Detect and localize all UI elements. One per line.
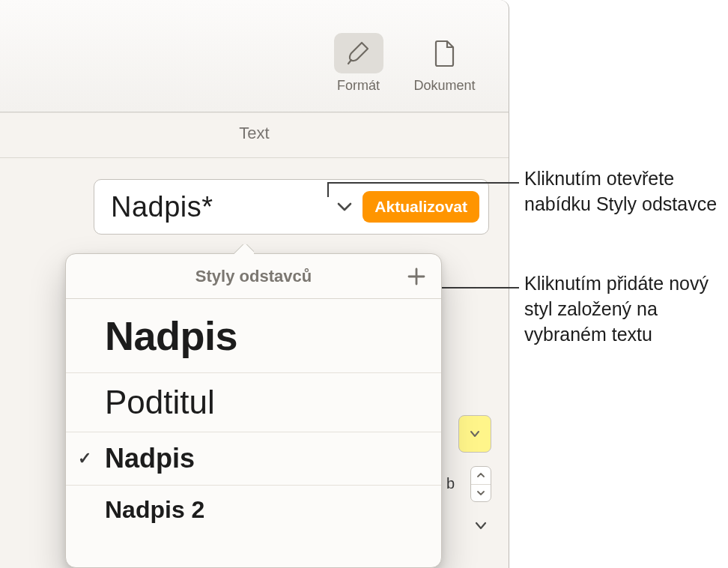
update-button[interactable]: Aktualizovat bbox=[363, 191, 479, 223]
check-icon: ✓ bbox=[78, 449, 91, 468]
leader-line bbox=[428, 287, 519, 288]
callout-add-style: Kliknutím přidáte nový styl založený na … bbox=[524, 271, 727, 347]
color-well[interactable] bbox=[458, 415, 491, 453]
current-style-name: Nadpis* bbox=[111, 191, 337, 223]
stepper-down-icon[interactable] bbox=[471, 485, 491, 502]
add-style-button[interactable] bbox=[407, 267, 426, 286]
popover-arrow bbox=[234, 244, 254, 254]
paragraph-styles-popover: Styly odstavců NadpisPodtitul✓NadpisNadp… bbox=[65, 253, 442, 568]
style-item-label: Podtitul bbox=[105, 384, 215, 420]
leader-line bbox=[327, 182, 329, 197]
document-label: Dokument bbox=[413, 78, 475, 94]
style-item-label: Nadpis bbox=[105, 443, 195, 474]
callout-open-menu: Kliknutím otevřete nabídku Styly odstavc… bbox=[524, 166, 727, 217]
chevron-down-icon bbox=[470, 430, 480, 438]
document-icon-wrap bbox=[420, 33, 470, 73]
paragraph-style-dropdown[interactable]: Nadpis* Aktualizovat bbox=[94, 179, 489, 235]
style-item-heading[interactable]: ✓Nadpis bbox=[66, 432, 441, 486]
style-list: NadpisPodtitul✓NadpisNadpis 2 bbox=[66, 299, 441, 534]
size-suffix: b bbox=[446, 475, 455, 492]
style-item-title[interactable]: Nadpis bbox=[66, 299, 441, 373]
size-stepper[interactable] bbox=[470, 466, 491, 502]
style-item-label: Nadpis bbox=[105, 313, 237, 358]
paintbrush-icon bbox=[345, 40, 372, 67]
leader-line bbox=[327, 182, 519, 184]
format-icon-wrap bbox=[334, 33, 383, 73]
popover-title: Styly odstavců bbox=[66, 254, 441, 299]
style-item-subtitle[interactable]: Podtitul bbox=[66, 373, 441, 432]
toolbar-buttons: Formát Dokument bbox=[315, 33, 488, 94]
inspector-tab-text[interactable]: Text bbox=[0, 112, 509, 158]
style-item-heading2[interactable]: Nadpis 2 bbox=[66, 486, 441, 534]
document-button[interactable]: Dokument bbox=[401, 33, 488, 94]
style-item-label: Nadpis 2 bbox=[105, 496, 204, 523]
toolbar: Formát Dokument bbox=[0, 0, 509, 112]
plus-icon bbox=[407, 267, 426, 286]
document-icon bbox=[433, 39, 457, 67]
chevron-down-icon bbox=[337, 202, 352, 212]
stepper-up-icon[interactable] bbox=[471, 467, 491, 485]
chevron-down-icon bbox=[475, 519, 487, 533]
format-button[interactable]: Formát bbox=[315, 33, 401, 94]
popover-title-text: Styly odstavců bbox=[195, 267, 312, 286]
format-label: Formát bbox=[337, 78, 380, 94]
